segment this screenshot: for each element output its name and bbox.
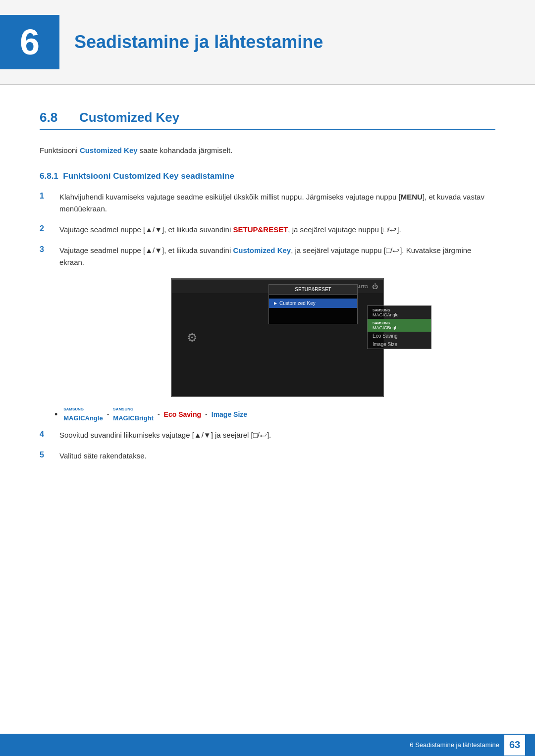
- separator-1: -: [107, 410, 109, 418]
- step-3-content: Vajutage seadmel nuppe [▲/▼], et liikuda…: [59, 245, 495, 268]
- step-4-content: Soovitud suvandini liikumiseks vajutage …: [59, 429, 495, 441]
- footer-page-number: 63: [504, 735, 525, 756]
- step-3: 3 Vajutage seadmel nuppe [▲/▼], et liiku…: [40, 245, 495, 268]
- step-1: 1 Klahvijuhendi kuvamiseks vajutage sead…: [40, 191, 495, 215]
- osd-empty: [269, 308, 357, 312]
- gear-icon: ⚙: [187, 331, 198, 345]
- option-image-size: Image Size: [212, 410, 247, 418]
- section-title: Customized Key: [79, 110, 179, 125]
- separator-3: -: [205, 410, 208, 418]
- osd-sub-eco: Eco Saving: [368, 332, 431, 340]
- step-4: 4 Soovitud suvandini liikumiseks vajutag…: [40, 429, 495, 441]
- step-5-content: Valitud säte rakendatakse.: [59, 450, 495, 462]
- osd-sub-imagesize: Image Size: [368, 340, 431, 349]
- osd-active-item: ▶ Customized Key: [269, 299, 357, 308]
- step-1-number: 1: [40, 191, 54, 201]
- page-footer: 6 Seadistamine ja lähtestamine 63: [0, 734, 535, 756]
- subsection-heading: 6.8.1 Funktsiooni Customized Key seadist…: [40, 171, 495, 181]
- main-content: 6.8 Customized Key Funktsiooni Customize…: [0, 105, 535, 756]
- bullet-dot: •: [54, 410, 57, 419]
- step-5: 5 Valitud säte rakendatakse.: [40, 450, 495, 462]
- section-heading: 6.8 Customized Key: [40, 110, 495, 130]
- btn-power-icon: ⏻: [372, 283, 378, 290]
- intro-text-before: Funktsiooni: [40, 146, 80, 154]
- intro-paragraph: Funktsiooni Customized Key saate kohanda…: [40, 145, 495, 156]
- options-list: • SAMSUNGMAGICAngle - SAMSUNGMAGICBright…: [54, 407, 495, 422]
- chapter-title: Seadistamine ja lähtestamine: [74, 32, 323, 52]
- section-number: 6.8: [40, 110, 69, 125]
- osd-spacer: [269, 295, 357, 299]
- screen-container: ⚙ SETUP&RESET ▶ Customized Key: [59, 278, 495, 397]
- osd-sub-angle: SAMSUNG MAGICAngle: [368, 306, 431, 319]
- page-wrapper: 6 Seadistamine ja lähtestamine 6.8 Custo…: [0, 0, 535, 756]
- step-4-number: 4: [40, 429, 54, 439]
- chapter-number: 6: [0, 15, 59, 69]
- option-magic-angle: SAMSUNGMAGICAngle: [63, 407, 103, 422]
- intro-text-after: saate kohandada järgmiselt.: [138, 146, 233, 154]
- osd-empty4: [269, 320, 357, 324]
- monitor-screen: ⚙ SETUP&RESET ▶ Customized Key: [171, 278, 384, 397]
- step-2-content: Vajutage seadmel nuppe [▲/▼], et liikuda…: [59, 224, 495, 236]
- steps-list-cont: 4 Soovitud suvandini liikumiseks vajutag…: [40, 429, 495, 462]
- osd-empty2: [269, 312, 357, 316]
- osd-submenu: SAMSUNG MAGICAngle SAMSUNG MAGICBright E…: [367, 305, 431, 349]
- osd-sub-bright: SAMSUNG MAGICBright: [368, 319, 431, 332]
- options-bullet-item: • SAMSUNGMAGICAngle - SAMSUNGMAGICBright…: [54, 407, 495, 422]
- osd-header: SETUP&RESET: [269, 285, 357, 295]
- option-magic-bright: SAMSUNGMAGICBright: [113, 407, 154, 422]
- osd-empty3: [269, 316, 357, 320]
- steps-list: 1 Klahvijuhendi kuvamiseks vajutage sead…: [40, 191, 495, 268]
- step-1-content: Klahvijuhendi kuvamiseks vajutage seadme…: [59, 191, 495, 215]
- step-2: 2 Vajutage seadmel nuppe [▲/▼], et liiku…: [40, 224, 495, 236]
- step-5-number: 5: [40, 450, 54, 459]
- intro-highlight: Customized Key: [80, 146, 138, 154]
- step-2-number: 2: [40, 224, 54, 233]
- option-eco-saving: Eco Saving: [164, 410, 201, 418]
- osd-menu: SETUP&RESET ▶ Customized Key: [268, 284, 358, 324]
- footer-chapter-text: 6 Seadistamine ja lähtestamine: [410, 741, 499, 749]
- subsection-title: Funktsiooni Customized Key seadistamine: [63, 171, 234, 181]
- chapter-header: 6 Seadistamine ja lähtestamine: [0, 0, 535, 85]
- step-3-number: 3: [40, 245, 54, 254]
- separator-2: -: [158, 410, 160, 418]
- subsection-number: 6.8.1: [40, 171, 63, 181]
